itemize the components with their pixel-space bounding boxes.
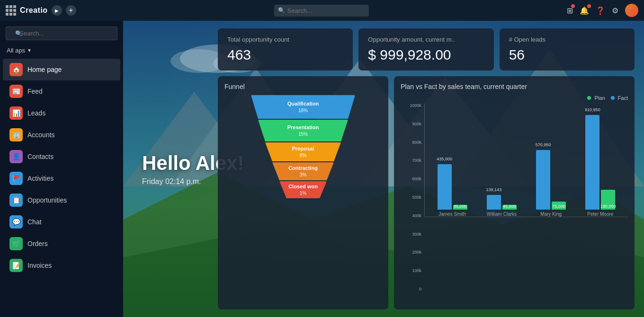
- y-axis-label: 500k: [401, 195, 421, 200]
- y-axis-label: 900k: [401, 122, 421, 126]
- all-apps-selector[interactable]: All aps ▼: [0, 45, 123, 59]
- activities-icon: 🚩: [9, 172, 23, 185]
- legend-plan-dot: [587, 96, 591, 100]
- opportunities-icon: 📋: [9, 194, 23, 207]
- orders-icon: 🛒: [9, 237, 23, 250]
- user-avatar[interactable]: [625, 4, 638, 17]
- bar-plan: 190,000: [601, 190, 615, 210]
- sidebar-item-accounts[interactable]: 🏢 Accounts: [3, 124, 120, 146]
- sidebar-item-label: Feed: [27, 88, 43, 95]
- sidebar-item-invoices[interactable]: 📝 Invoices: [3, 255, 120, 276]
- bar-fact: 139,143: [487, 195, 501, 210]
- sidebar-item-label: Activities: [27, 175, 54, 182]
- funnel-segment: Presentation15%: [258, 120, 348, 141]
- sidebar-item-orders[interactable]: 🛒 Orders: [3, 233, 120, 255]
- funnel-segment: Closed won1%: [279, 181, 327, 198]
- sidebar-search-input[interactable]: [6, 26, 117, 40]
- notifications-badge: [587, 4, 591, 8]
- funnel-segment: Contracting3%: [272, 162, 334, 180]
- sidebar-item-chat[interactable]: 💬 Chat: [3, 211, 120, 233]
- sidebar-item-home[interactable]: 🏠 Home page: [3, 59, 120, 80]
- sidebar-item-label: Invoices: [27, 262, 52, 269]
- app-logo: Creatio: [20, 6, 48, 15]
- bar-plan: 45,000: [453, 205, 467, 210]
- y-axis-label: 100k: [401, 269, 421, 273]
- bar-fact-label: 139,143: [486, 187, 502, 192]
- sidebar-item-label: Opportunities: [27, 196, 67, 204]
- bar-group-bars: 435,00045,000: [429, 164, 476, 210]
- y-axis-label: 600k: [401, 177, 421, 181]
- global-search-input[interactable]: [274, 5, 369, 17]
- y-axis-label: 0: [401, 287, 421, 291]
- sidebar-item-label: Home page: [27, 66, 62, 73]
- apps-icon[interactable]: ⊞: [567, 6, 573, 15]
- funnel-segment: Proposal8%: [265, 142, 341, 161]
- bar-group-bars: 139,14345,000: [478, 195, 525, 210]
- y-axis-label: 1000k: [401, 104, 421, 108]
- kpi-card-0: Total opportunity count 463: [218, 28, 353, 70]
- bar-plan-label: 190,000: [600, 204, 616, 209]
- bar-fact: 910,950: [585, 115, 599, 210]
- bar-plan-label: 75,000: [552, 204, 565, 209]
- content-area: Hello Alex! Friday 02:14 p.m. Total oppo…: [123, 21, 644, 317]
- contacts-icon: 👤: [9, 150, 23, 163]
- bar-plan: 45,000: [502, 205, 517, 210]
- settings-icon[interactable]: ⚙: [612, 6, 618, 15]
- add-button[interactable]: +: [66, 5, 76, 16]
- bar-group-label: James Smith: [438, 211, 466, 217]
- sidebar-item-label: Orders: [27, 240, 48, 247]
- y-axis-label: 200k: [401, 250, 421, 255]
- help-icon[interactable]: ❓: [596, 6, 605, 15]
- bar-chart-inner: 435,00045,000James Smith139,14345,000Wil…: [424, 104, 628, 217]
- bar-fact-label: 910,950: [585, 107, 600, 112]
- bar-fact-label: 435,000: [437, 157, 452, 161]
- sidebar-item-contacts[interactable]: 👤 Contacts: [3, 146, 120, 167]
- bar-chart-wrapper: 1000k900k800k700k600k500k400k300k200k100…: [401, 104, 628, 301]
- legend-fact: Fact: [611, 95, 628, 101]
- bar-plan: 75,000: [552, 202, 566, 210]
- bar-group: 910,950190,000Peter Moore: [577, 115, 624, 217]
- kpi-value-0: 463: [227, 47, 343, 63]
- kpi-value-1: $ 999,928.00: [368, 47, 484, 63]
- sidebar-item-opportunities[interactable]: 📋 Opportunities: [3, 189, 120, 211]
- bar-fact: 435,000: [438, 164, 452, 210]
- funnel-chart-title: Funnel: [224, 83, 382, 90]
- chat-icon: 💬: [9, 215, 23, 229]
- y-axis-label: 700k: [401, 158, 421, 163]
- grid-menu-icon[interactable]: [6, 5, 16, 16]
- bar-group: 139,14345,000William Clarks: [478, 195, 525, 217]
- kpi-row: Total opportunity count 463 Opportunity …: [218, 28, 635, 70]
- kpi-label-2: # Open leads: [509, 36, 625, 43]
- kpi-value-2: 56: [509, 47, 625, 63]
- invoices-icon: 📝: [9, 259, 23, 272]
- sidebar-item-label: Accounts: [27, 131, 55, 139]
- notifications-icon[interactable]: 🔔: [580, 6, 589, 15]
- bar-group-label: William Clarks: [487, 211, 517, 217]
- sidebar-item-feed[interactable]: 📰 Feed: [3, 80, 120, 102]
- search-icon: 🔍: [278, 7, 285, 14]
- bar-fact-label: 570,950: [536, 142, 551, 147]
- bar-plan-label: 45,000: [503, 204, 516, 209]
- bar-group-bars: 910,950190,000: [577, 115, 624, 210]
- bar-group-label: Mary King: [540, 211, 562, 217]
- sidebar-item-label: Contacts: [27, 153, 54, 160]
- y-axis-label: 800k: [401, 141, 421, 145]
- sidebar-item-activities[interactable]: 🚩 Activities: [3, 167, 120, 189]
- kpi-card-2: # Open leads 56: [500, 28, 635, 70]
- funnel-segment: Qualification16%: [251, 95, 355, 119]
- bar-chart-card: Plan vs Fact by sales team, current quar…: [394, 76, 635, 309]
- bar-chart-area: Plan Fact 1000k900k800k700k600k500k400k3…: [401, 95, 628, 301]
- sidebar-item-leads[interactable]: 📊 Leads: [3, 102, 120, 124]
- all-apps-label: All aps: [7, 47, 25, 54]
- accounts-icon: 🏢: [9, 128, 23, 141]
- dashboard-overlay: Total opportunity count 463 Opportunity …: [218, 28, 635, 309]
- feed-icon: 📰: [9, 85, 23, 98]
- bar-group-label: Peter Moore: [587, 211, 613, 217]
- kpi-card-1: Opportunity amount, current m.. $ 999,92…: [358, 28, 493, 70]
- legend-plan: Plan: [587, 95, 605, 101]
- bar-legend: Plan Fact: [401, 95, 628, 101]
- top-navigation: Creatio ▶ + 🔍 ⊞ 🔔 ❓ ⚙: [0, 0, 644, 21]
- play-button[interactable]: ▶: [52, 5, 62, 16]
- bar-plan-label: 45,000: [454, 204, 467, 209]
- sidebar: 🔍 All aps ▼ 🏠 Home page 📰 Feed 📊 Leads 🏢…: [0, 21, 123, 317]
